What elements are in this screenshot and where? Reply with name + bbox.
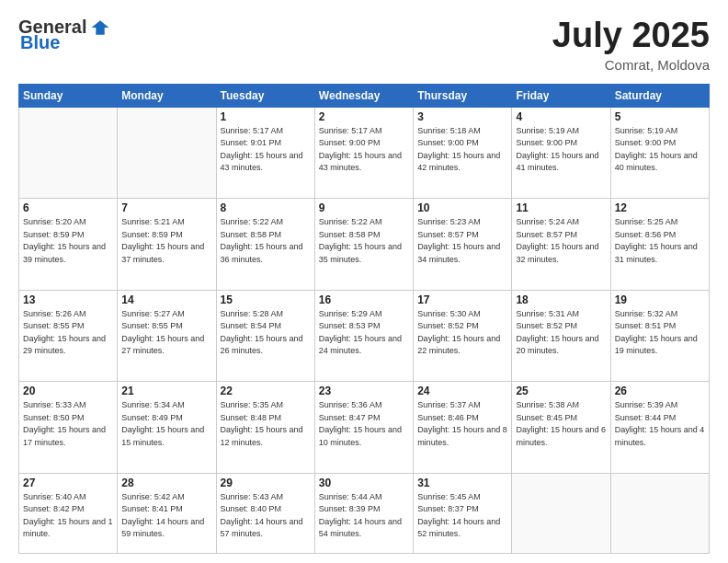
day-number: 1 bbox=[221, 110, 311, 123]
calendar-cell: 13Sunrise: 5:26 AM Sunset: 8:55 PM Dayli… bbox=[19, 290, 118, 382]
calendar-cell: 30Sunrise: 5:44 AM Sunset: 8:39 PM Dayli… bbox=[314, 473, 413, 553]
header: General Blue July 2025 Comrat, Moldova bbox=[18, 17, 710, 73]
day-info: Sunrise: 5:45 AM Sunset: 8:37 PM Dayligh… bbox=[417, 491, 507, 541]
weekday-header-wednesday: Wednesday bbox=[314, 84, 413, 107]
calendar-cell: 1Sunrise: 5:17 AM Sunset: 9:01 PM Daylig… bbox=[216, 107, 314, 199]
day-number: 12 bbox=[615, 201, 705, 214]
calendar-week-row: 13Sunrise: 5:26 AM Sunset: 8:55 PM Dayli… bbox=[19, 290, 710, 382]
day-info: Sunrise: 5:29 AM Sunset: 8:53 PM Dayligh… bbox=[319, 308, 409, 358]
weekday-header-monday: Monday bbox=[118, 84, 216, 107]
weekday-header-tuesday: Tuesday bbox=[216, 84, 314, 107]
day-info: Sunrise: 5:37 AM Sunset: 8:46 PM Dayligh… bbox=[417, 399, 507, 449]
day-info: Sunrise: 5:32 AM Sunset: 8:51 PM Dayligh… bbox=[615, 308, 705, 358]
calendar-cell: 28Sunrise: 5:42 AM Sunset: 8:41 PM Dayli… bbox=[118, 473, 216, 553]
calendar-week-row: 20Sunrise: 5:33 AM Sunset: 8:50 PM Dayli… bbox=[19, 382, 710, 474]
day-number: 18 bbox=[516, 293, 606, 306]
calendar-cell: 17Sunrise: 5:30 AM Sunset: 8:52 PM Dayli… bbox=[414, 290, 512, 382]
calendar-cell bbox=[512, 473, 610, 553]
day-number: 5 bbox=[615, 110, 705, 123]
calendar-cell: 25Sunrise: 5:38 AM Sunset: 8:45 PM Dayli… bbox=[512, 382, 610, 474]
day-info: Sunrise: 5:43 AM Sunset: 8:40 PM Dayligh… bbox=[221, 491, 311, 541]
weekday-header-thursday: Thursday bbox=[414, 84, 512, 107]
location-subtitle: Comrat, Moldova bbox=[552, 57, 710, 73]
day-info: Sunrise: 5:44 AM Sunset: 8:39 PM Dayligh… bbox=[319, 491, 409, 541]
page: General Blue July 2025 Comrat, Moldova S… bbox=[0, 0, 728, 563]
day-info: Sunrise: 5:35 AM Sunset: 8:48 PM Dayligh… bbox=[221, 399, 311, 449]
calendar-cell: 29Sunrise: 5:43 AM Sunset: 8:40 PM Dayli… bbox=[216, 473, 314, 553]
day-info: Sunrise: 5:31 AM Sunset: 8:52 PM Dayligh… bbox=[516, 308, 606, 358]
day-info: Sunrise: 5:23 AM Sunset: 8:57 PM Dayligh… bbox=[417, 216, 507, 266]
calendar-cell: 2Sunrise: 5:17 AM Sunset: 9:00 PM Daylig… bbox=[314, 107, 413, 199]
calendar-cell: 23Sunrise: 5:36 AM Sunset: 8:47 PM Dayli… bbox=[314, 382, 413, 474]
calendar-cell: 7Sunrise: 5:21 AM Sunset: 8:59 PM Daylig… bbox=[118, 199, 216, 291]
day-info: Sunrise: 5:38 AM Sunset: 8:45 PM Dayligh… bbox=[516, 399, 606, 449]
day-number: 23 bbox=[319, 385, 409, 397]
calendar-week-row: 1Sunrise: 5:17 AM Sunset: 9:01 PM Daylig… bbox=[19, 107, 710, 199]
day-info: Sunrise: 5:19 AM Sunset: 9:00 PM Dayligh… bbox=[516, 125, 606, 175]
day-info: Sunrise: 5:22 AM Sunset: 8:58 PM Dayligh… bbox=[319, 216, 409, 266]
calendar-cell: 22Sunrise: 5:35 AM Sunset: 8:48 PM Dayli… bbox=[216, 382, 314, 474]
title-block: July 2025 Comrat, Moldova bbox=[552, 17, 710, 73]
calendar-table: SundayMondayTuesdayWednesdayThursdayFrid… bbox=[18, 84, 710, 554]
weekday-header-friday: Friday bbox=[512, 84, 610, 107]
day-number: 4 bbox=[516, 110, 606, 123]
calendar-week-row: 6Sunrise: 5:20 AM Sunset: 8:59 PM Daylig… bbox=[19, 199, 710, 291]
day-number: 31 bbox=[417, 477, 507, 489]
day-number: 6 bbox=[23, 201, 113, 214]
day-number: 16 bbox=[319, 293, 409, 306]
day-number: 30 bbox=[319, 477, 409, 489]
calendar-cell: 26Sunrise: 5:39 AM Sunset: 8:44 PM Dayli… bbox=[610, 382, 709, 474]
day-info: Sunrise: 5:22 AM Sunset: 8:58 PM Dayligh… bbox=[221, 216, 311, 266]
day-number: 14 bbox=[121, 293, 211, 306]
day-info: Sunrise: 5:39 AM Sunset: 8:44 PM Dayligh… bbox=[615, 399, 705, 449]
day-number: 13 bbox=[23, 293, 113, 306]
calendar-cell: 15Sunrise: 5:28 AM Sunset: 8:54 PM Dayli… bbox=[216, 290, 314, 382]
calendar-cell: 16Sunrise: 5:29 AM Sunset: 8:53 PM Dayli… bbox=[314, 290, 413, 382]
day-number: 21 bbox=[121, 385, 211, 397]
day-info: Sunrise: 5:42 AM Sunset: 8:41 PM Dayligh… bbox=[121, 491, 211, 541]
calendar-cell: 11Sunrise: 5:24 AM Sunset: 8:57 PM Dayli… bbox=[512, 199, 610, 291]
day-number: 22 bbox=[221, 385, 311, 397]
weekday-header-sunday: Sunday bbox=[19, 84, 118, 107]
day-info: Sunrise: 5:18 AM Sunset: 9:00 PM Dayligh… bbox=[417, 125, 507, 175]
day-number: 28 bbox=[121, 477, 211, 489]
day-info: Sunrise: 5:19 AM Sunset: 9:00 PM Dayligh… bbox=[615, 125, 705, 175]
day-number: 7 bbox=[121, 201, 211, 214]
calendar-cell: 24Sunrise: 5:37 AM Sunset: 8:46 PM Dayli… bbox=[414, 382, 512, 474]
calendar-cell: 5Sunrise: 5:19 AM Sunset: 9:00 PM Daylig… bbox=[610, 107, 709, 199]
day-info: Sunrise: 5:27 AM Sunset: 8:55 PM Dayligh… bbox=[121, 308, 211, 358]
day-info: Sunrise: 5:25 AM Sunset: 8:56 PM Dayligh… bbox=[615, 216, 705, 266]
day-info: Sunrise: 5:34 AM Sunset: 8:49 PM Dayligh… bbox=[121, 399, 211, 449]
day-number: 8 bbox=[221, 201, 311, 214]
weekday-header-saturday: Saturday bbox=[610, 84, 709, 107]
calendar-cell: 27Sunrise: 5:40 AM Sunset: 8:42 PM Dayli… bbox=[19, 473, 118, 553]
calendar-cell: 31Sunrise: 5:45 AM Sunset: 8:37 PM Dayli… bbox=[414, 473, 512, 553]
day-info: Sunrise: 5:28 AM Sunset: 8:54 PM Dayligh… bbox=[221, 308, 311, 358]
day-number: 19 bbox=[615, 293, 705, 306]
day-info: Sunrise: 5:36 AM Sunset: 8:47 PM Dayligh… bbox=[319, 399, 409, 449]
day-number: 26 bbox=[615, 385, 705, 397]
calendar-cell: 10Sunrise: 5:23 AM Sunset: 8:57 PM Dayli… bbox=[414, 199, 512, 291]
day-info: Sunrise: 5:26 AM Sunset: 8:55 PM Dayligh… bbox=[23, 308, 113, 358]
calendar-cell bbox=[118, 107, 216, 199]
calendar-cell bbox=[19, 107, 118, 199]
calendar-cell: 9Sunrise: 5:22 AM Sunset: 8:58 PM Daylig… bbox=[314, 199, 413, 291]
day-number: 10 bbox=[417, 201, 507, 214]
calendar-week-row: 27Sunrise: 5:40 AM Sunset: 8:42 PM Dayli… bbox=[19, 473, 710, 553]
day-number: 17 bbox=[417, 293, 507, 306]
day-number: 27 bbox=[23, 477, 113, 489]
calendar-cell: 8Sunrise: 5:22 AM Sunset: 8:58 PM Daylig… bbox=[216, 199, 314, 291]
calendar-cell: 14Sunrise: 5:27 AM Sunset: 8:55 PM Dayli… bbox=[118, 290, 216, 382]
calendar-cell: 4Sunrise: 5:19 AM Sunset: 9:00 PM Daylig… bbox=[512, 107, 610, 199]
calendar-cell: 21Sunrise: 5:34 AM Sunset: 8:49 PM Dayli… bbox=[118, 382, 216, 474]
day-number: 15 bbox=[221, 293, 311, 306]
calendar-cell: 12Sunrise: 5:25 AM Sunset: 8:56 PM Dayli… bbox=[610, 199, 709, 291]
day-info: Sunrise: 5:33 AM Sunset: 8:50 PM Dayligh… bbox=[23, 399, 113, 449]
calendar-cell: 19Sunrise: 5:32 AM Sunset: 8:51 PM Dayli… bbox=[610, 290, 709, 382]
day-number: 20 bbox=[23, 385, 113, 397]
day-number: 29 bbox=[221, 477, 311, 489]
day-number: 9 bbox=[319, 201, 409, 214]
day-info: Sunrise: 5:17 AM Sunset: 9:01 PM Dayligh… bbox=[221, 125, 311, 175]
calendar-cell: 6Sunrise: 5:20 AM Sunset: 8:59 PM Daylig… bbox=[19, 199, 118, 291]
weekday-header-row: SundayMondayTuesdayWednesdayThursdayFrid… bbox=[19, 84, 710, 107]
